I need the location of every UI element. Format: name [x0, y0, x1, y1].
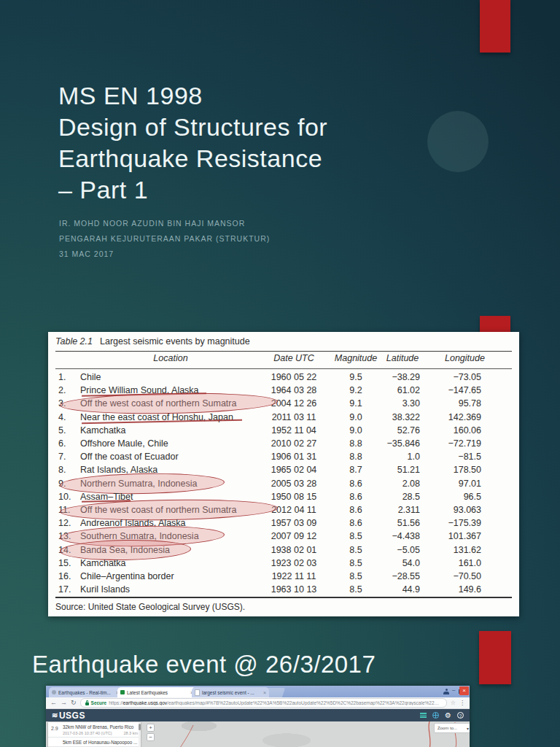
column-header-location: Location [80, 353, 261, 363]
row-date: 2012 04 11 [261, 505, 327, 515]
row-location: Northern Sumatra, Indonesia [80, 479, 261, 489]
secure-label: Secure [91, 700, 107, 705]
window-minimize-button[interactable]: – [452, 686, 455, 693]
row-latitude: −35.846 [385, 438, 445, 449]
row-longitude: 160.06 [445, 425, 512, 436]
quake-place: 5km ESE of Honaunau-Napoopoo ... [63, 740, 138, 745]
back-icon[interactable]: ← [50, 700, 57, 706]
row-number: 3. [55, 398, 80, 409]
row-magnitude: 8.8 [327, 452, 385, 462]
table-row: 6.Offshore Maule, Chile2010 02 278.8−35.… [55, 437, 512, 450]
window-close-button[interactable]: × [459, 686, 469, 695]
row-number: 17. [55, 584, 80, 595]
list-view-icon[interactable] [420, 713, 427, 718]
url-text: https://earthquake.usgs.gov/earthquakes/… [109, 700, 442, 705]
map-favicon [120, 690, 125, 694]
red-accent-block-top [480, 0, 510, 53]
browser-tab[interactable]: largest seismic event - ...× [192, 687, 269, 697]
title-line-2: Design of Structures for [58, 112, 327, 143]
row-date: 1965 02 04 [261, 465, 327, 475]
author-name: IR. MOHD NOOR AZUDIN BIN HAJI MANSOR [59, 216, 270, 231]
column-header-latitude: Latitude [385, 353, 445, 363]
earthquake-list-item[interactable]: 5km ESE of Honaunau-Napoopoo ... [48, 738, 141, 747]
table-caption-label: Table 2.1 [55, 336, 93, 347]
map-zoom-in-button[interactable]: + [147, 724, 155, 732]
table-rule-bottom [55, 597, 512, 598]
column-header-magnitude: Magnitude [327, 353, 385, 363]
url-field[interactable]: Secure https://earthquake.usgs.gov/earth… [80, 698, 447, 708]
row-date: 1957 03 09 [261, 518, 327, 528]
gear-icon[interactable]: ⚙ [445, 712, 451, 719]
row-magnitude: 9.1 [327, 398, 385, 409]
browser-tab[interactable]: Latest Earthquakes× [117, 687, 196, 697]
browser-menu-icon[interactable]: ⋮ [459, 700, 465, 706]
slide-date: 31 MAC 2017 [59, 247, 270, 262]
table-header-row: Location Date UTC Magnitude Latitude Lon… [55, 353, 512, 363]
row-location: Near the east coast of Honshu, Japan [80, 412, 261, 422]
browser-tab[interactable]: Earthquakes - Real-tim...× [49, 687, 122, 697]
row-number: 9. [55, 479, 80, 489]
list-scrollbar[interactable] [139, 722, 141, 747]
quake-magnitude: 2.9 [51, 724, 60, 735]
table-row: 15.Kamchatka1923 02 038.554.0161.0 [55, 557, 512, 570]
row-latitude: 51.56 [385, 518, 445, 528]
column-header-longitude: Longitude [445, 353, 512, 363]
row-longitude: 178.50 [445, 465, 512, 475]
row-location: Kuril Islands [80, 584, 261, 595]
forward-icon[interactable]: → [61, 700, 67, 706]
tab-close-icon[interactable]: × [263, 690, 266, 695]
row-magnitude: 8.5 [327, 571, 385, 581]
row-longitude: 101.367 [445, 531, 512, 541]
table-row: 17.Kuril Islands1963 10 138.544.9149.6 [55, 583, 512, 596]
row-latitude: −28.55 [385, 571, 445, 581]
browser-address-bar: ← → ↻ Secure https://earthquake.usgs.gov… [46, 697, 470, 709]
profile-icon[interactable] [443, 689, 449, 694]
row-location: Off the west coast of northern Sumatra [80, 505, 261, 515]
row-number: 16. [55, 571, 80, 581]
row-number: 8. [55, 465, 80, 475]
row-date: 2010 02 27 [261, 438, 327, 449]
row-magnitude: 8.5 [327, 531, 385, 541]
usgs-header-bar: ≋ USGS ⚙ ? [46, 709, 470, 721]
globe-icon[interactable] [432, 712, 439, 719]
reload-icon[interactable]: ↻ [71, 700, 77, 706]
row-latitude: 28.5 [385, 492, 445, 502]
row-latitude: 54.0 [385, 558, 445, 568]
row-date: 1906 01 31 [261, 452, 327, 462]
row-number: 2. [55, 385, 80, 395]
row-latitude: 52.76 [385, 425, 445, 436]
table-rule-header [55, 368, 512, 369]
author-role: PENGARAH KEJURUTERAAN PAKAR (STRUKTUR) [59, 231, 270, 247]
table-rows: 1.Chile1960 05 229.5−38.29−73.052.Prince… [55, 371, 512, 596]
row-longitude: −175.39 [445, 518, 512, 528]
row-number: 7. [55, 452, 80, 462]
title-line-4: – Part 1 [58, 174, 327, 206]
row-date: 1964 03 28 [261, 385, 327, 395]
row-date: 1952 11 04 [261, 425, 327, 436]
row-location: Offshore Maule, Chile [80, 438, 261, 449]
table-row: 9.Northern Sumatra, Indonesia2005 03 288… [55, 477, 512, 490]
quake-place: 32km NNW of Brenas, Puerto Rico [63, 724, 138, 729]
map-zoom-out-button[interactable]: − [147, 733, 155, 741]
row-number: 12. [55, 518, 80, 528]
usgs-logo: ≋ USGS [52, 711, 85, 721]
row-location: Kamchatka [80, 558, 261, 568]
row-latitude: 3.30 [385, 398, 445, 409]
browser-tab-bar: – × Earthquakes - Real-tim...×Latest Ear… [46, 686, 470, 697]
row-magnitude: 8.6 [327, 492, 385, 502]
slide-title: MS EN 1998 Design of Structures for Eart… [58, 80, 327, 206]
row-magnitude: 8.6 [327, 518, 385, 528]
row-date: 1963 10 13 [261, 584, 327, 595]
help-icon[interactable]: ? [457, 712, 464, 719]
row-location: Off the west coast of northern Sumatra [80, 398, 261, 409]
map-content-area: + − Zoom to... ▾ 2.932km NNW of Brenas, … [46, 721, 470, 747]
zoom-to-dropdown[interactable]: Zoom to... ▾ [434, 723, 470, 733]
usgs-toolbar-icons: ⚙ ? [420, 712, 464, 719]
row-number: 4. [55, 412, 80, 422]
column-header-date: Date UTC [261, 353, 327, 363]
row-location: Southern Sumatra, Indonesia [80, 531, 261, 541]
earthquake-list-item[interactable]: 2.932km NNW of Brenas, Puerto Rico2017-0… [48, 722, 141, 738]
bookmark-star-icon[interactable]: ☆ [451, 700, 456, 706]
usgs-wave-icon: ≋ [52, 711, 58, 719]
row-date: 1938 02 01 [261, 545, 327, 555]
